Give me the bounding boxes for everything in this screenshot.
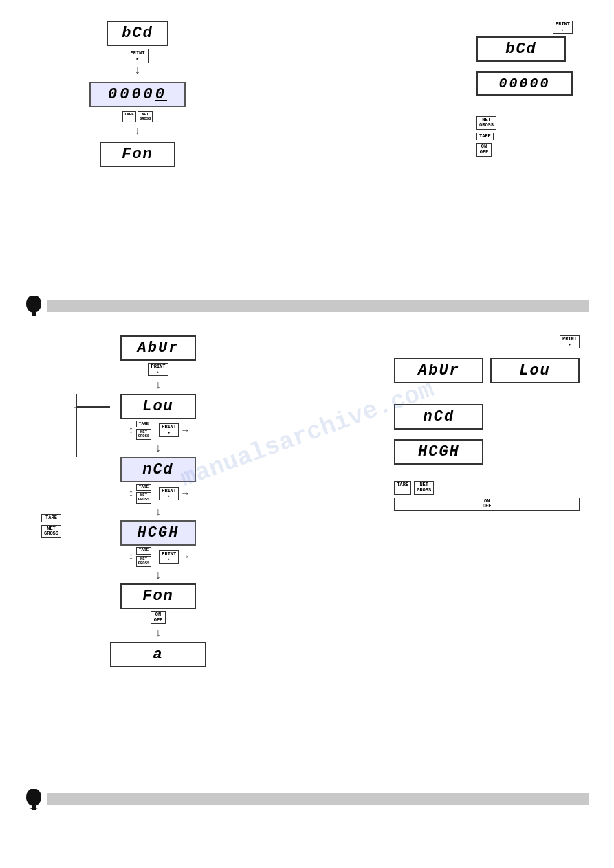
arrow-updown-2: ↕ bbox=[128, 488, 133, 500]
net-gross-button-4[interactable]: NETGROSS bbox=[136, 556, 152, 567]
display-bcd-1: bCd bbox=[107, 21, 168, 46]
display-high-1: HCGH bbox=[120, 520, 196, 546]
section-2: AbUr PRINT▶ ↓ → Lou ↕ TARE NETGROSS PRIN… bbox=[0, 322, 614, 789]
flow-main-col: AbUr PRINT▶ ↓ → Lou ↕ TARE NETGROSS PRIN… bbox=[110, 335, 206, 667]
net-gross-button-left[interactable]: NETGROSS bbox=[41, 525, 61, 538]
display-ton-2: Fon bbox=[120, 583, 196, 609]
net-gross-button-2[interactable]: NETGROSS bbox=[136, 429, 152, 440]
loop-arrow-top bbox=[76, 406, 110, 408]
net-gross-button-1[interactable]: NETGROSS bbox=[138, 111, 153, 122]
print-button-high[interactable]: PRINT▶ bbox=[159, 550, 179, 564]
display-zeros-right-1: 00000 bbox=[476, 71, 573, 96]
display-ncd-right: nCd bbox=[394, 404, 483, 430]
print-button-ncd[interactable]: PRINT▶ bbox=[159, 487, 179, 500]
print-button-2[interactable]: PRINT▶ bbox=[148, 363, 168, 376]
separator-row-2 bbox=[0, 789, 614, 810]
net-gross-button-3[interactable]: NETGROSS bbox=[136, 492, 152, 503]
display-bcd-right-1: bCd bbox=[476, 36, 566, 62]
tare-button-right-2[interactable]: TARE bbox=[394, 481, 411, 494]
arrow-down-5: ↓ bbox=[155, 505, 162, 520]
arrow-down-4: ↓ bbox=[155, 441, 162, 456]
tare-button-1[interactable]: TARE bbox=[122, 111, 136, 122]
arrow-down-6: ↓ bbox=[155, 568, 162, 583]
tare-button-3[interactable]: TARE bbox=[136, 484, 152, 491]
net-gross-button-right-1[interactable]: NETGROSS bbox=[476, 116, 496, 129]
arrow-down-2: ↓ bbox=[134, 124, 141, 139]
on-off-button-right-2[interactable]: ONOFF bbox=[394, 498, 580, 511]
arrow-down-1: ↓ bbox=[134, 63, 141, 78]
left-buttons-2: TARE NETGROSS bbox=[41, 514, 61, 538]
display-lou-right: Lou bbox=[490, 358, 580, 383]
print-button-lou[interactable]: PRINT▶ bbox=[159, 423, 179, 436]
tare-button-left[interactable]: TARE bbox=[41, 514, 61, 522]
right-panel-1: PRINT▶ bCd 00000 NETGROSS TARE ONOFF bbox=[476, 21, 573, 157]
print-button-1[interactable]: PRINT▶ bbox=[127, 49, 148, 63]
arrow-down-3: ↓ bbox=[155, 378, 162, 393]
print-button-right-1[interactable]: PRINT▶ bbox=[553, 21, 573, 34]
display-lou-1: Lou bbox=[120, 394, 196, 419]
display-zeros-cursor-1: 00000 bbox=[89, 82, 186, 107]
display-abur-right: AbUr bbox=[394, 358, 483, 383]
loop-arrow-head: → bbox=[74, 403, 79, 412]
display-abur-1: AbUr bbox=[120, 335, 196, 361]
separator-row-1 bbox=[0, 296, 614, 316]
section-1: bCd PRINT▶ ↓ 00000 TARE NETGROSS ↓ Fon P… bbox=[0, 0, 614, 296]
display-high-right: HCGH bbox=[394, 439, 483, 465]
print-button-right-2[interactable]: PRINT▶ bbox=[560, 335, 580, 348]
on-off-button-2[interactable]: ONOFF bbox=[151, 611, 166, 624]
svg-point-0 bbox=[26, 296, 41, 313]
tare-button-right-1[interactable]: TARE bbox=[476, 133, 494, 141]
note-icon-1 bbox=[25, 296, 43, 316]
note-bar-2 bbox=[47, 793, 589, 805]
svg-marker-5 bbox=[30, 808, 38, 810]
right-panel-2: PRINT▶ AbUr Lou nCd HCGH TARE NETGROSS O… bbox=[394, 335, 580, 511]
note-icon-2 bbox=[25, 789, 43, 810]
on-off-button-right-1[interactable]: ONOFF bbox=[476, 143, 492, 156]
display-ton-1: Fon bbox=[100, 142, 175, 167]
arrow-down-7: ↓ bbox=[155, 626, 162, 641]
flow-left-col: bCd PRINT▶ ↓ 00000 TARE NETGROSS ↓ Fon bbox=[89, 21, 186, 167]
tare-button-4[interactable]: TARE bbox=[136, 547, 152, 555]
svg-point-3 bbox=[26, 789, 41, 806]
svg-marker-2 bbox=[30, 315, 38, 316]
net-gross-button-right-2[interactable]: NETGROSS bbox=[414, 481, 434, 494]
display-ncd-1: nCd bbox=[120, 457, 196, 482]
note-bar-1 bbox=[47, 300, 589, 312]
display-a-1: a bbox=[110, 642, 206, 667]
arrow-updown-1: ↕ bbox=[128, 425, 133, 436]
tare-button-2[interactable]: TARE bbox=[136, 421, 152, 428]
arrow-updown-3: ↕ bbox=[128, 551, 133, 563]
